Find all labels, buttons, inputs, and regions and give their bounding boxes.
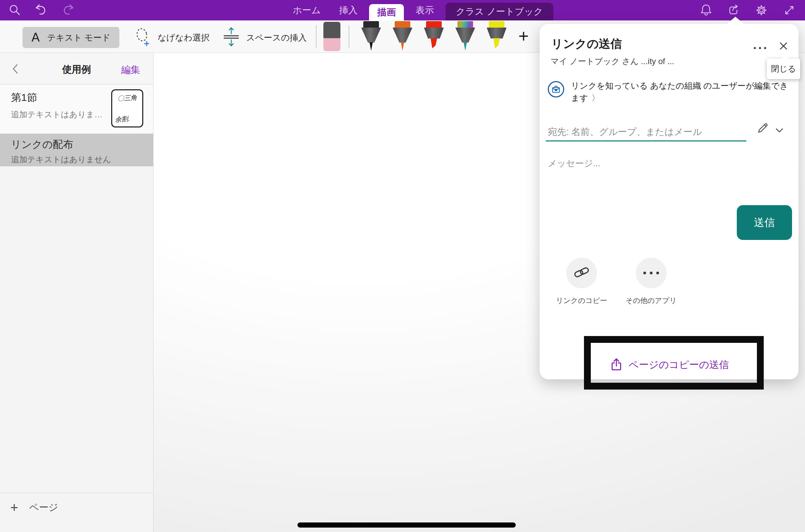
send-button[interactable]: 送信 bbox=[737, 205, 792, 240]
insert-space-label: スペースの挿入 bbox=[246, 32, 307, 43]
send-page-copy-label: ページのコピーの送信 bbox=[629, 358, 729, 372]
text-mode-a-icon: A bbox=[31, 30, 40, 45]
fullscreen-expand-icon[interactable] bbox=[782, 3, 797, 18]
add-page-button[interactable]: + ページ bbox=[10, 498, 58, 517]
thumbnail-handwriting-line2: 余割. bbox=[115, 115, 130, 124]
link-icon bbox=[573, 264, 590, 282]
onenote-app: ホーム 挿入 描画 表示 クラス ノートブック A テキスト モード な bbox=[0, 0, 805, 532]
recipient-input[interactable] bbox=[548, 124, 739, 140]
copy-link-label: リンクのコピー bbox=[551, 296, 612, 305]
send-link-dialog: リンクの送信 マイ ノートブック さん ...ity of ... リンクを知っ… bbox=[540, 24, 799, 379]
notifications-bell-icon[interactable] bbox=[699, 3, 714, 18]
link-permission-row[interactable]: リンクを知っている あなたの組織 のユーザーが編集できます〉 bbox=[571, 80, 795, 104]
tab-class-notebook[interactable]: クラス ノートブック bbox=[445, 3, 553, 20]
page-thumbnail: 〇三角 余割. bbox=[111, 89, 143, 127]
sidebar-footer-divider bbox=[0, 493, 153, 493]
more-options-icon[interactable] bbox=[751, 42, 769, 55]
rainbow-pen-icon[interactable] bbox=[453, 21, 478, 52]
page-subtitle: 追加テキストはありま… bbox=[11, 109, 103, 120]
settings-gear-icon[interactable] bbox=[754, 3, 769, 18]
close-icon[interactable] bbox=[776, 39, 791, 53]
thumbnail-handwriting-line1: 〇三角 bbox=[112, 93, 142, 104]
ellipsis-icon bbox=[643, 272, 659, 274]
insert-space-button[interactable]: スペースの挿入 bbox=[221, 26, 307, 49]
tab-view[interactable]: 表示 bbox=[409, 0, 441, 20]
yellow-highlighter-icon[interactable] bbox=[484, 21, 509, 52]
page-subtitle: 追加テキストはありません bbox=[11, 154, 111, 165]
copy-link-button[interactable] bbox=[566, 258, 597, 288]
insert-space-icon bbox=[221, 26, 241, 49]
home-indicator-handle[interactable] bbox=[297, 522, 516, 528]
lasso-icon bbox=[134, 27, 153, 48]
organization-briefcase-icon[interactable] bbox=[548, 81, 564, 97]
add-pen-button[interactable]: + bbox=[514, 25, 533, 47]
tooltip-text: 閉じる bbox=[771, 63, 796, 74]
undo-icon[interactable] bbox=[33, 3, 48, 18]
top-ribbon: ホーム 挿入 描画 表示 クラス ノートブック bbox=[0, 0, 805, 20]
chevron-down-icon[interactable] bbox=[774, 125, 785, 136]
page-title: リンクの配布 bbox=[11, 138, 73, 152]
lasso-select-button[interactable]: なげなわ選択 bbox=[134, 26, 209, 49]
pencil-edit-icon[interactable] bbox=[755, 120, 771, 136]
ribbon-tabs: ホーム 挿入 描画 表示 クラス ノートブック bbox=[286, 0, 553, 20]
eraser-tool-icon[interactable] bbox=[323, 22, 340, 51]
redo-icon[interactable] bbox=[61, 3, 76, 18]
chevron-right-icon: 〉 bbox=[591, 93, 600, 103]
send-page-copy-button[interactable]: ページのコピーの送信 bbox=[581, 352, 758, 378]
message-input[interactable] bbox=[548, 157, 732, 205]
recipient-underline bbox=[546, 140, 746, 141]
text-mode-button[interactable]: A テキスト モード bbox=[23, 27, 119, 48]
page-list-sidebar: 使用例 編集 第1節 追加テキストはありま… 〇三角 余割. リンクの配布 追加… bbox=[0, 53, 153, 532]
share-up-icon bbox=[610, 358, 623, 373]
close-tooltip: 閉じる bbox=[767, 59, 800, 79]
tab-insert[interactable]: 挿入 bbox=[332, 0, 364, 20]
orange-pen-icon[interactable] bbox=[390, 21, 415, 52]
add-page-label: ページ bbox=[29, 501, 58, 514]
notebook-subtitle: マイ ノートブック さん ...ity of ... bbox=[551, 56, 674, 67]
red-highlighter-icon[interactable] bbox=[422, 21, 446, 52]
page-title: 第1節 bbox=[11, 91, 37, 105]
lasso-label: なげなわ選択 bbox=[158, 32, 209, 43]
black-pen-icon[interactable] bbox=[359, 21, 383, 52]
edit-button[interactable]: 編集 bbox=[121, 63, 140, 76]
share-icon[interactable] bbox=[726, 3, 741, 18]
permission-text: リンクを知っている あなたの組織 のユーザーが編集できます bbox=[571, 81, 788, 103]
plus-icon: + bbox=[10, 500, 18, 515]
more-apps-button[interactable] bbox=[636, 258, 667, 288]
tab-home[interactable]: ホーム bbox=[286, 0, 327, 20]
toolbar-divider bbox=[316, 25, 317, 48]
more-apps-label: その他のアプリ bbox=[620, 296, 682, 305]
tab-draw[interactable]: 描画 bbox=[369, 4, 404, 20]
search-icon[interactable] bbox=[8, 3, 23, 18]
page-list-item-2-selected[interactable]: リンクの配布 追加テキストはありません bbox=[0, 134, 153, 166]
page-list-item-1[interactable]: 第1節 追加テキストはありま… 〇三角 余割. bbox=[0, 85, 153, 134]
toolbar-divider-2 bbox=[349, 25, 349, 48]
sidebar-header: 使用例 編集 bbox=[0, 53, 153, 85]
dialog-title: リンクの送信 bbox=[551, 36, 622, 52]
dialog-caret bbox=[727, 17, 744, 24]
text-mode-label: テキスト モード bbox=[47, 32, 110, 43]
